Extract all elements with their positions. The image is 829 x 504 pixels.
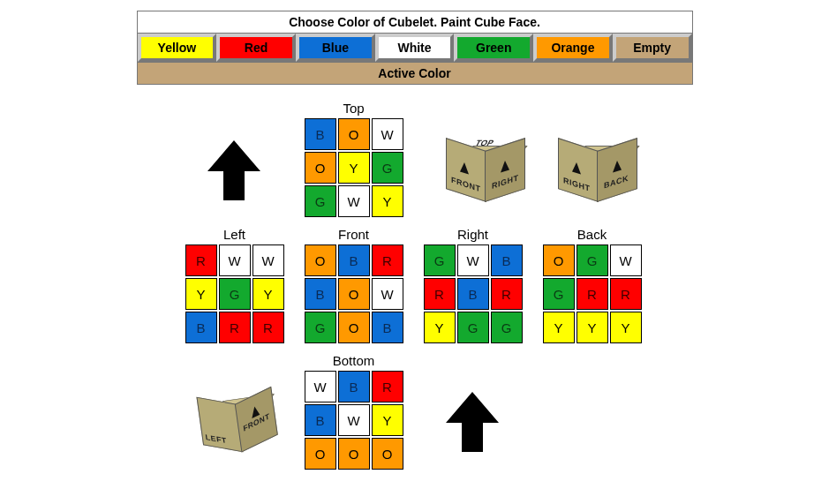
active-color-bar: Active Color [138, 62, 692, 84]
cubelet-top-6[interactable]: G [305, 185, 336, 217]
cubelet-front-6[interactable]: G [305, 312, 336, 343]
cubelet-back-8[interactable]: Y [610, 312, 642, 343]
cubelet-left-3[interactable]: Y [185, 278, 217, 310]
cubelet-left-8[interactable]: R [252, 312, 284, 343]
cubelet-bottom-3[interactable]: B [305, 404, 336, 436]
svg-marker-1 [446, 392, 499, 452]
face-front-title: Front [305, 227, 403, 242]
cubelet-top-0[interactable]: B [305, 118, 336, 150]
palette-red[interactable]: Red [216, 34, 296, 62]
cubelet-left-2[interactable]: W [252, 244, 284, 276]
cubelet-left-0[interactable]: R [185, 244, 217, 276]
face-top-title: Top [305, 101, 403, 116]
cubelet-front-1[interactable]: B [338, 244, 370, 276]
face-right-grid: GWBRBRYGG [424, 244, 523, 343]
palette-yellow[interactable]: Yellow [138, 34, 217, 62]
palette-orange[interactable]: Orange [533, 34, 613, 62]
face-bottom-title: Bottom [305, 353, 403, 368]
cubelet-right-4[interactable]: B [457, 278, 489, 310]
cubelet-right-5[interactable]: R [491, 278, 523, 310]
face-back: Back OGWGRRYYY [543, 227, 642, 343]
cubelet-left-6[interactable]: B [185, 312, 217, 343]
cubelet-front-2[interactable]: R [372, 244, 403, 276]
cubelet-front-5[interactable]: W [372, 278, 403, 310]
cubelet-left-4[interactable]: G [219, 278, 251, 310]
face-left-title: Left [185, 227, 284, 242]
palette-empty[interactable]: Empty [613, 34, 692, 62]
orientation-cube-right-back[interactable]: RIGHT BACK [558, 132, 642, 215]
cubelet-top-8[interactable]: Y [372, 185, 403, 217]
cubelet-bottom-6[interactable]: O [305, 438, 336, 470]
cubelet-left-1[interactable]: W [219, 244, 251, 276]
cube-board: Top BOWOYGGWY TOP FRONT RIGHT RIGHT BACK… [97, 92, 733, 504]
cubelet-back-1[interactable]: G [577, 244, 608, 276]
cubelet-right-2[interactable]: B [491, 244, 523, 276]
cubelet-back-3[interactable]: G [543, 278, 575, 310]
cubelet-back-4[interactable]: R [577, 278, 608, 310]
palette-row: Yellow Red Blue White Green Orange Empty [138, 34, 692, 62]
cubelet-front-3[interactable]: B [305, 278, 336, 310]
face-right-title: Right [424, 227, 523, 242]
face-left-grid: RWWYGYBRR [185, 244, 284, 343]
cubelet-back-2[interactable]: W [610, 244, 642, 276]
cubelet-front-7[interactable]: O [338, 312, 370, 343]
cubelet-top-7[interactable]: W [338, 185, 370, 217]
cubelet-bottom-0[interactable]: W [305, 371, 336, 402]
rotate-up-arrow-icon[interactable] [207, 140, 260, 205]
cubelet-bottom-2[interactable]: R [372, 371, 403, 402]
cubelet-top-3[interactable]: O [305, 152, 336, 184]
palette-green[interactable]: Green [454, 34, 533, 62]
cubelet-right-3[interactable]: R [424, 278, 456, 310]
cubelet-back-5[interactable]: R [610, 278, 642, 310]
rotate-up-arrow-2-icon[interactable] [446, 392, 499, 456]
cubelet-bottom-8[interactable]: O [372, 438, 403, 470]
cubelet-left-7[interactable]: R [219, 312, 251, 343]
cubelet-front-8[interactable]: B [372, 312, 403, 343]
face-bottom-grid: WBRBWYOOO [305, 371, 403, 470]
cubelet-top-4[interactable]: Y [338, 152, 370, 184]
face-front: Front OBRBOWGOB [305, 227, 403, 343]
cubelet-right-0[interactable]: G [424, 244, 456, 276]
cubelet-front-4[interactable]: O [338, 278, 370, 310]
cubelet-back-7[interactable]: Y [577, 312, 608, 343]
face-front-grid: OBRBOWGOB [305, 244, 403, 343]
face-bottom: Bottom WBRBWYOOO [305, 353, 403, 470]
cubelet-right-8[interactable]: G [491, 312, 523, 343]
cubelet-back-0[interactable]: O [543, 244, 575, 276]
palette-title: Choose Color of Cubelet. Paint Cube Face… [138, 11, 692, 34]
orientation-cube-left-front[interactable]: LEFT FRONT [195, 380, 285, 470]
cubelet-front-0[interactable]: O [305, 244, 336, 276]
palette-bar: Choose Color of Cubelet. Paint Cube Face… [137, 11, 693, 85]
cubelet-bottom-5[interactable]: Y [372, 404, 403, 436]
face-left: Left RWWYGYBRR [185, 227, 284, 343]
orientation-cube-front-right[interactable]: TOP FRONT RIGHT [446, 132, 530, 215]
cubelet-back-6[interactable]: Y [543, 312, 575, 343]
face-top: Top BOWOYGGWY [305, 101, 403, 217]
face-back-grid: OGWGRRYYY [543, 244, 642, 343]
cubelet-right-1[interactable]: W [457, 244, 489, 276]
cubelet-top-2[interactable]: W [372, 118, 403, 150]
palette-blue[interactable]: Blue [296, 34, 375, 62]
cubelet-bottom-1[interactable]: B [338, 371, 370, 402]
face-top-grid: BOWOYGGWY [305, 118, 403, 217]
cubelet-top-1[interactable]: O [338, 118, 370, 150]
face-back-title: Back [543, 227, 642, 242]
cubelet-left-5[interactable]: Y [252, 278, 284, 310]
cubelet-right-6[interactable]: Y [424, 312, 456, 343]
face-right: Right GWBRBRYGG [424, 227, 523, 343]
svg-marker-0 [207, 140, 260, 200]
cubelet-top-5[interactable]: G [372, 152, 403, 184]
cubelet-bottom-4[interactable]: W [338, 404, 370, 436]
cubelet-bottom-7[interactable]: O [338, 438, 370, 470]
palette-white[interactable]: White [375, 34, 455, 62]
cubelet-right-7[interactable]: G [457, 312, 489, 343]
